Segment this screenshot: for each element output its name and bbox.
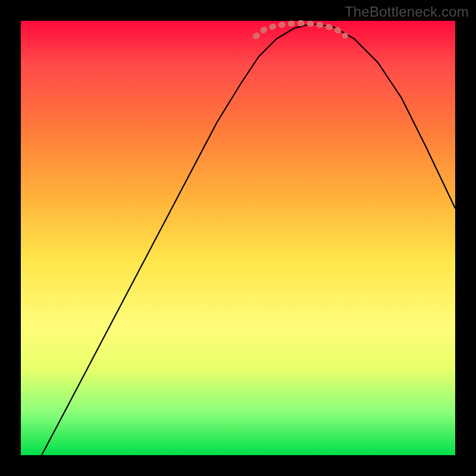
optimal-range-segment	[256, 23, 345, 36]
plot-area	[21, 21, 455, 455]
chart-svg	[21, 21, 455, 455]
chart-frame: TheBottleneck.com	[0, 0, 476, 476]
bottleneck-curve	[42, 24, 455, 455]
watermark-text: TheBottleneck.com	[345, 4, 469, 20]
